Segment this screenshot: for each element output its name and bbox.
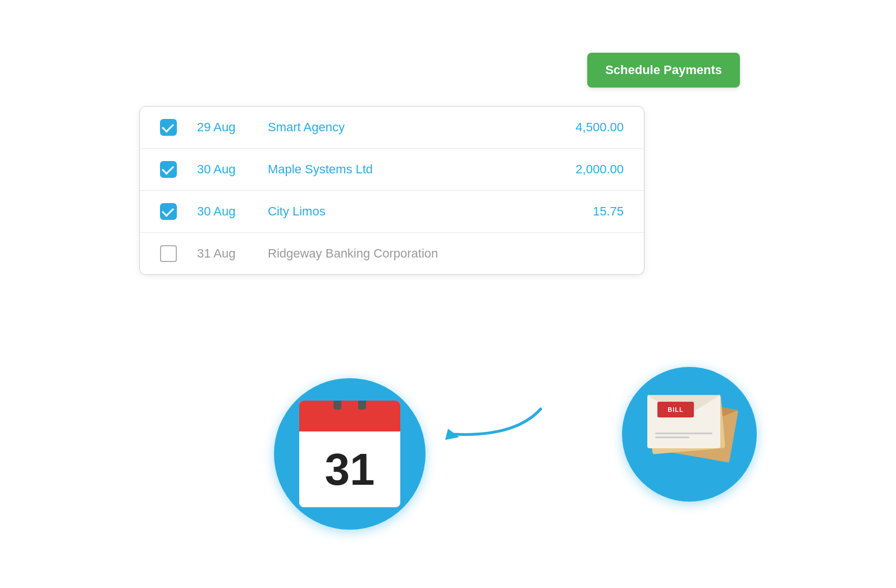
- row-1-date: 29 Aug: [197, 120, 248, 135]
- bill-line-2: [655, 437, 689, 438]
- row-1-amount: 4,500.00: [556, 120, 624, 135]
- calendar-day: 31: [325, 447, 375, 492]
- row-3-name: City Limos: [268, 204, 536, 219]
- envelope-front: BILL: [647, 395, 720, 448]
- bill-line-1: [655, 433, 712, 434]
- schedule-payments-button[interactable]: Schedule Payments: [587, 53, 740, 88]
- arrow-icon: [437, 392, 549, 448]
- bill-stamp: BILL: [657, 402, 694, 417]
- calendar-header: [299, 401, 400, 431]
- row-4-name: Ridgeway Banking Corporation: [268, 246, 536, 261]
- table-row: 31 Aug Ridgeway Banking Corporation: [140, 233, 644, 274]
- payment-list-card: 29 Aug Smart Agency 4,500.00 30 Aug Mapl…: [139, 106, 644, 275]
- row-3-checkbox[interactable]: [160, 203, 177, 220]
- row-4-date: 31 Aug: [197, 246, 248, 261]
- calendar-rings: [333, 401, 366, 410]
- table-row: 30 Aug City Limos 15.75: [140, 191, 644, 233]
- row-2-amount: 2,000.00: [556, 162, 624, 177]
- calendar-ring-left: [333, 401, 341, 410]
- main-scene: Schedule Payments 29 Aug Smart Agency 4,…: [111, 42, 785, 546]
- row-1-checkbox[interactable]: [160, 119, 177, 136]
- row-3-amount: 15.75: [556, 204, 624, 219]
- bill-lines: [655, 433, 712, 440]
- bill-stamp-text: BILL: [668, 406, 683, 413]
- arrow-container: [437, 392, 549, 448]
- calendar-circle: 31: [274, 378, 426, 530]
- row-1-name: Smart Agency: [268, 120, 536, 135]
- row-4-checkbox[interactable]: [160, 245, 177, 262]
- calendar-icon: 31: [299, 401, 400, 507]
- row-2-checkbox[interactable]: [160, 161, 177, 178]
- row-2-date: 30 Aug: [197, 162, 248, 177]
- table-row: 29 Aug Smart Agency 4,500.00: [140, 107, 644, 149]
- table-row: 30 Aug Maple Systems Ltd 2,000.00: [140, 149, 644, 191]
- bills-circle: BILL: [622, 367, 757, 502]
- row-3-date: 30 Aug: [197, 204, 248, 219]
- calendar-ring-right: [358, 401, 366, 410]
- envelopes-icon: BILL: [644, 395, 734, 474]
- row-2-name: Maple Systems Ltd: [268, 162, 536, 177]
- calendar-body: 31: [299, 431, 400, 507]
